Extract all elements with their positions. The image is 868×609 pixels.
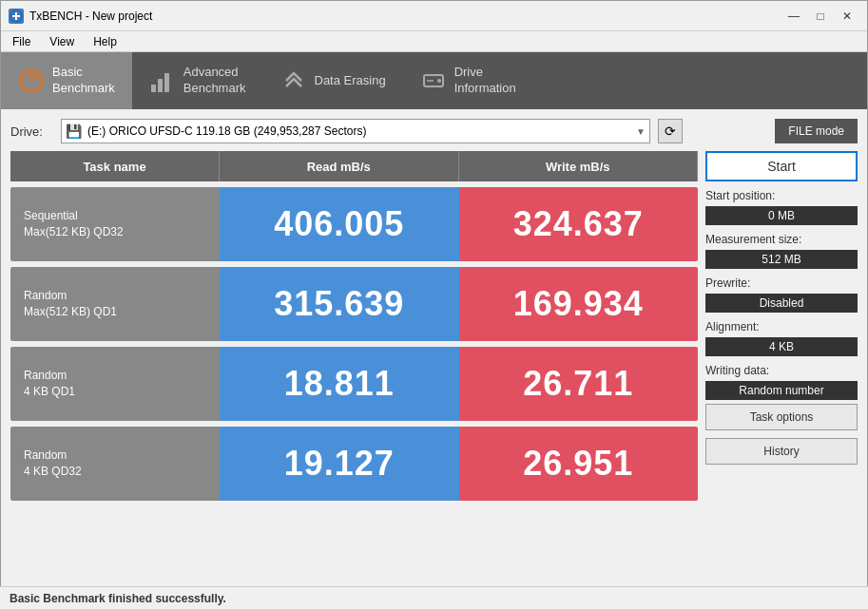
svg-point-10 [437, 79, 441, 83]
status-bar: Basic Benchmark finished successfully. [0, 586, 868, 609]
param-start-position-label: Start position: [705, 189, 858, 202]
prewrite-value[interactable]: Disabled [705, 294, 858, 313]
header-task-name: Task name [10, 151, 220, 181]
dropdown-arrow-icon: ▼ [636, 126, 646, 137]
write-value-sequential: 324.637 [459, 187, 699, 261]
param-alignment-label: Alignment: [705, 320, 858, 333]
drive-information-icon [420, 67, 447, 94]
tab-drive-information[interactable]: DriveInformation [403, 52, 533, 109]
read-value-random-4k-qd1: 18.811 [220, 347, 459, 421]
param-measurement-size-label: Measurement size: [705, 233, 858, 246]
tab-drive-information-label: DriveInformation [454, 65, 516, 97]
table-row: Random Max(512 KB) QD1 315.639 169.934 [10, 267, 698, 341]
refresh-icon: ⟳ [665, 124, 676, 139]
task-label-random-4k-qd1: Random 4 KB QD1 [10, 347, 220, 421]
data-erasing-icon [280, 67, 307, 94]
drive-select[interactable]: 💾 (E:) ORICO UFSD-C 119.18 GB (249,953,2… [61, 119, 650, 143]
content-area: Task name Read mB/s Write mB/s Sequentia… [10, 151, 858, 501]
basic-benchmark-icon [18, 67, 45, 94]
writing-data-value[interactable]: Random number [705, 381, 858, 400]
drive-row: Drive: 💾 (E:) ORICO UFSD-C 119.18 GB (24… [10, 117, 858, 145]
header-read: Read mB/s [220, 151, 459, 181]
write-value-random-4k-qd32: 26.951 [459, 427, 699, 501]
start-position-value[interactable]: 0 MB [705, 206, 858, 225]
drive-label: Drive: [10, 124, 53, 139]
advanced-benchmark-icon [149, 67, 176, 94]
benchmark-table: Task name Read mB/s Write mB/s Sequentia… [10, 151, 698, 501]
tab-data-erasing[interactable]: Data Erasing [263, 52, 403, 109]
menu-view[interactable]: View [42, 33, 82, 50]
history-button[interactable]: History [705, 438, 858, 465]
param-prewrite-label: Prewrite: [705, 276, 858, 290]
start-button[interactable]: Start [705, 151, 858, 181]
task-label-sequential: Sequential Max(512 KB) QD32 [10, 187, 220, 261]
tab-advanced-benchmark[interactable]: AdvancedBenchmark [132, 52, 263, 109]
svg-rect-6 [151, 85, 156, 92]
alignment-value[interactable]: 4 KB [705, 337, 858, 356]
table-row: Sequential Max(512 KB) QD32 406.005 324.… [10, 187, 698, 261]
status-text: Basic Benchmark finished successfully. [10, 592, 226, 605]
title-bar-left: TxBENCH - New project [9, 9, 152, 24]
svg-rect-7 [158, 79, 163, 92]
menu-help[interactable]: Help [86, 33, 125, 50]
main-content: Drive: 💾 (E:) ORICO UFSD-C 119.18 GB (24… [1, 109, 867, 508]
window-controls: — □ ✕ [781, 7, 859, 26]
write-value-random-4k-qd1: 26.711 [459, 347, 699, 421]
drive-type-icon: 💾 [66, 124, 82, 139]
table-header: Task name Read mB/s Write mB/s [10, 151, 698, 181]
read-value-random-512: 315.639 [220, 267, 459, 341]
tab-basic-benchmark[interactable]: BasicBenchmark [1, 52, 132, 109]
minimize-button[interactable]: — [781, 7, 806, 26]
svg-rect-8 [164, 73, 169, 92]
title-bar: TxBENCH - New project — □ ✕ [1, 1, 867, 31]
menu-file[interactable]: File [5, 33, 38, 50]
task-label-random-4k-qd32: Random 4 KB QD32 [10, 427, 220, 501]
write-value-random-512: 169.934 [459, 267, 699, 341]
measurement-size-value[interactable]: 512 MB [705, 250, 858, 269]
header-write: Write mB/s [459, 151, 699, 181]
table-row: Random 4 KB QD32 19.127 26.951 [10, 427, 698, 501]
maximize-button[interactable]: □ [808, 7, 833, 26]
task-options-button[interactable]: Task options [705, 404, 858, 430]
tab-advanced-benchmark-label: AdvancedBenchmark [183, 65, 246, 97]
task-label-random-512: Random Max(512 KB) QD1 [10, 267, 220, 341]
file-mode-button[interactable]: FILE mode [775, 119, 858, 143]
menu-bar: File View Help [1, 31, 867, 52]
drive-select-value-container: 💾 (E:) ORICO UFSD-C 119.18 GB (249,953,2… [66, 124, 366, 139]
tab-basic-benchmark-label: BasicBenchmark [52, 65, 115, 97]
toolbar: BasicBenchmark AdvancedBenchmark Data Er… [1, 52, 867, 109]
read-value-random-4k-qd32: 19.127 [220, 427, 459, 501]
close-button[interactable]: ✕ [835, 7, 859, 26]
drive-select-value: (E:) ORICO UFSD-C 119.18 GB (249,953,287… [87, 124, 366, 138]
right-panel: Start Start position: 0 MB Measurement s… [705, 151, 858, 501]
read-value-sequential: 406.005 [220, 187, 459, 261]
table-row: Random 4 KB QD1 18.811 26.711 [10, 347, 698, 421]
app-title: TxBENCH - New project [29, 10, 152, 23]
app-icon [9, 9, 24, 24]
refresh-button[interactable]: ⟳ [658, 119, 683, 143]
tab-data-erasing-label: Data Erasing [315, 73, 386, 89]
param-writing-data-label: Writing data: [705, 364, 858, 377]
